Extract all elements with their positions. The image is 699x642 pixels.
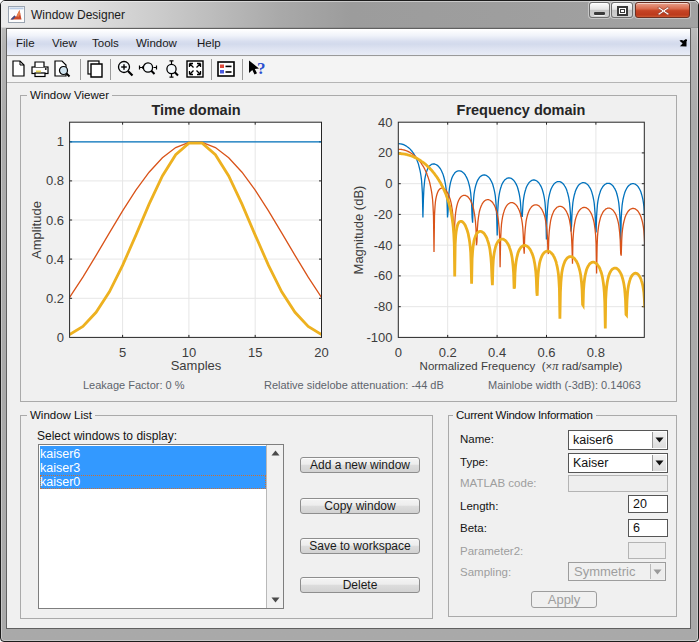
svg-text:Frequency domain: Frequency domain [457, 102, 586, 118]
svg-text:20: 20 [378, 145, 392, 160]
svg-text:0.6: 0.6 [537, 345, 555, 360]
svg-text:20: 20 [314, 345, 328, 360]
svg-text:0.2: 0.2 [46, 291, 64, 306]
svg-text:40: 40 [378, 115, 392, 130]
svg-text:-40: -40 [374, 238, 393, 253]
svg-text:Amplitude: Amplitude [29, 201, 44, 259]
svg-text:0: 0 [57, 330, 64, 345]
svg-text:-20: -20 [374, 207, 393, 222]
svg-text:5: 5 [119, 345, 126, 360]
svg-text:-60: -60 [374, 268, 393, 283]
svg-text:Time domain: Time domain [151, 102, 240, 118]
svg-text:0: 0 [395, 345, 402, 360]
svg-text:0.4: 0.4 [46, 252, 64, 267]
svg-text:0.2: 0.2 [439, 345, 457, 360]
svg-text:0.6: 0.6 [46, 213, 64, 228]
svg-text:Normalized Frequency (×π rad/: Normalized Frequency (×π rad/sample) [420, 359, 623, 373]
svg-text:0: 0 [385, 176, 392, 191]
svg-text:0.8: 0.8 [46, 173, 64, 188]
svg-text:0.4: 0.4 [488, 345, 506, 360]
svg-text:15: 15 [248, 345, 262, 360]
svg-text:-100: -100 [366, 330, 392, 345]
svg-text:0.8: 0.8 [587, 345, 605, 360]
svg-text:?: ? [257, 59, 266, 78]
svg-text:1: 1 [57, 134, 64, 149]
svg-text:-80: -80 [374, 299, 393, 314]
svg-text:Magnitude (dB): Magnitude (dB) [351, 186, 366, 275]
svg-text:Samples: Samples [171, 358, 222, 373]
